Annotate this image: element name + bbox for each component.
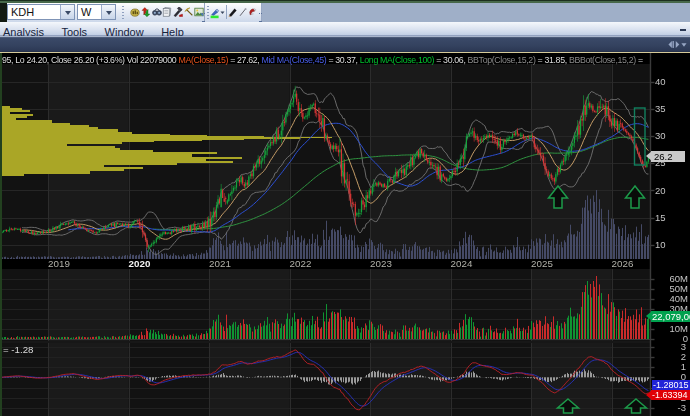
minimize-icon[interactable] xyxy=(680,29,686,31)
macd-signal-tag-value: -1.28015 xyxy=(652,380,690,390)
chart-window-top-border xyxy=(0,52,690,53)
price-pane-title-segment: = 30.06, xyxy=(434,55,467,65)
price-pane-title-segment: 95, Lo 24.20, Close 26.20 (+3.6%) Vol 22… xyxy=(2,55,179,65)
indicator-pane-title: = -1.28 xyxy=(3,345,33,355)
period-combobox[interactable]: W xyxy=(77,4,116,20)
period-combobox-dropdown-icon[interactable] xyxy=(101,5,115,19)
last-volume-tag-value: 22,079,000 xyxy=(651,311,690,322)
price-pane-title-segment: = 31.85, xyxy=(535,55,568,65)
price-pane-title-segment: Mid MA(Close,45) xyxy=(262,55,327,65)
toolbar: KDH W xyxy=(0,3,690,22)
chart-window-left-border xyxy=(0,3,2,416)
pencil-icon[interactable] xyxy=(228,7,238,17)
price-pane-title-segment: = xyxy=(636,55,643,65)
toolbar-grip-3[interactable] xyxy=(207,6,209,19)
price-pane-title-segment: BBBot(Close,15,2) xyxy=(569,55,636,65)
last-price-tag-value: 26.2 xyxy=(651,151,685,162)
price-pane-title-segment: = 27.62, xyxy=(228,55,261,65)
line-tool-icon[interactable] xyxy=(239,7,247,17)
symbol-combobox[interactable]: KDH xyxy=(7,4,75,20)
highlighter-dropdown-icon[interactable] xyxy=(220,6,225,19)
price-pane-title-segment: BBTop(Close,15,2) xyxy=(468,55,536,65)
magnet-icon[interactable] xyxy=(248,7,258,17)
macd-value-tag-value: -1.63394 xyxy=(651,390,690,400)
updown-arrows-icon[interactable] xyxy=(141,7,151,17)
window-nav-arrows-icon[interactable] xyxy=(668,41,687,48)
chart-icon[interactable] xyxy=(130,7,140,17)
toolbar-grip-2[interactable] xyxy=(122,6,124,19)
pick-tool-icon[interactable] xyxy=(184,7,194,17)
window-chrome: KDH W xyxy=(0,0,690,53)
window-left-border xyxy=(0,3,7,22)
price-pane-title: 95, Lo 24.20, Close 26.20 (+3.6%) Vol 22… xyxy=(2,55,651,65)
report-icon[interactable] xyxy=(162,7,172,17)
hammer-icon[interactable] xyxy=(173,7,183,17)
price-pane-title-segment: = 30.37, xyxy=(326,55,359,65)
price-pane-title-segment: Long MA(Close,100) xyxy=(360,55,434,65)
price-pane-title-segment: MA(Close,15) xyxy=(179,55,229,65)
menu-bar: Analysis Tools Window Help xyxy=(0,22,690,36)
binoculars-icon[interactable] xyxy=(152,7,162,17)
symbol-combobox-value: KDH xyxy=(8,6,60,18)
chart-window-title-band xyxy=(0,36,690,52)
period-combobox-value: W xyxy=(78,6,101,18)
symbol-combobox-dropdown-icon[interactable] xyxy=(60,5,74,19)
toolbar-separator xyxy=(226,5,227,19)
highlighter-icon[interactable] xyxy=(210,6,220,19)
